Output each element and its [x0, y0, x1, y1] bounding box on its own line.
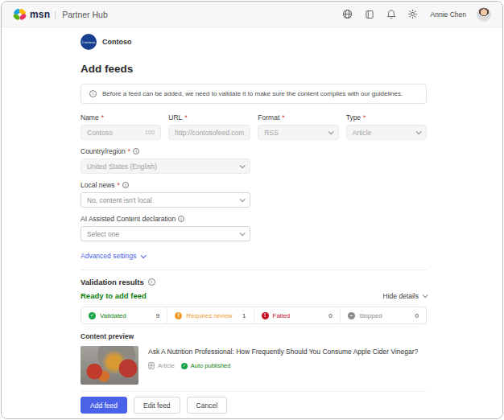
required-marker: *: [282, 113, 284, 121]
stat-count: 9: [156, 312, 159, 319]
publisher-name: Contoso: [102, 38, 132, 46]
local-news-select[interactable]: No, content isn't local: [81, 192, 250, 208]
info-icon: [133, 148, 139, 154]
stat-count: 0: [415, 312, 419, 319]
format-label: Format*: [258, 113, 338, 121]
validation-results-title: Validation results: [81, 278, 144, 286]
country-label: Country/region*: [81, 147, 250, 155]
section-divider: [81, 270, 427, 270]
name-label: Name*: [81, 113, 161, 121]
info-banner: Before a feed can be added, we need to v…: [81, 84, 427, 104]
type-field-group: Type* Article: [346, 113, 427, 140]
chevron-down-icon: [240, 230, 246, 236]
add-feed-form: Name* Contoso 100 URL* http://contosofee…: [81, 113, 427, 241]
validation-results-header: Validation results: [81, 278, 427, 286]
msn-logo[interactable]: msn: [13, 8, 50, 21]
required-marker: *: [128, 147, 130, 155]
article-icon: [148, 362, 155, 369]
minus-circle-icon: [348, 312, 355, 319]
type-label: Type*: [346, 113, 427, 121]
cancel-button[interactable]: Cancel: [187, 397, 227, 414]
user-name: Annie Chen: [431, 10, 466, 19]
format-select: RSS: [258, 125, 338, 140]
name-field-group: Name* Contoso 100: [81, 113, 161, 140]
ai-declaration-select[interactable]: Select one: [81, 226, 250, 241]
brand-separator: |: [54, 10, 56, 19]
required-marker: *: [363, 113, 366, 121]
url-input: http://contosofeed.com: [168, 125, 250, 140]
name-input: Contoso 100: [81, 125, 161, 140]
info-icon: [178, 216, 184, 222]
add-feed-button[interactable]: Add feed: [81, 397, 127, 414]
product-name: Partner Hub: [62, 10, 108, 19]
local-news-field-group: Local news* No, content isn't local: [81, 181, 250, 208]
advanced-settings-link[interactable]: Advanced settings: [81, 252, 145, 260]
notifications-bell-icon[interactable]: [386, 9, 397, 20]
chevron-down-icon: [240, 196, 246, 202]
ai-declaration-label: AI Assisted Content declaration: [81, 215, 250, 223]
info-icon: [148, 278, 155, 286]
top-bar: msn | Partner Hub Annie Chen: [2, 2, 502, 27]
warning-circle-icon: [175, 312, 182, 319]
spacer: [258, 147, 427, 174]
chevron-down-icon: [141, 253, 147, 258]
check-circle-icon: [89, 312, 96, 319]
chevron-down-icon: [240, 163, 246, 168]
footer-action-bar: Add feed Edit feed Cancel: [2, 392, 502, 418]
check-circle-icon: [181, 363, 188, 369]
stat-requires-review: Requires review 1: [167, 307, 253, 323]
country-select: United States (English): [81, 159, 250, 174]
url-field-group: URL* http://contosofeed.com: [168, 113, 250, 140]
main-content: Contoso Contoso Add feeds Before a feed …: [2, 34, 427, 419]
page-title: Add feeds: [81, 63, 427, 75]
error-circle-icon: [262, 312, 269, 319]
stat-count: 1: [242, 312, 246, 319]
info-icon: [89, 90, 97, 97]
format-field-group: Format* RSS: [258, 113, 338, 140]
local-news-label: Local news*: [81, 181, 250, 189]
country-field-group: Country/region* United States (English): [81, 147, 250, 174]
content-item[interactable]: Ask A Nutrition Professional: How Freque…: [81, 340, 427, 392]
user-avatar[interactable]: [477, 7, 491, 22]
url-label: URL*: [168, 113, 250, 121]
stat-validated: Validated 9: [81, 307, 167, 323]
chevron-down-icon: [328, 129, 333, 134]
stat-failed: Failed 0: [254, 307, 340, 323]
validation-status: Ready to add feed: [81, 291, 147, 300]
chevron-down-icon: [423, 292, 428, 298]
validation-stats-bar: Validated 9 Requires review 1 Failed 0 S…: [81, 307, 427, 324]
info-icon: [122, 182, 129, 188]
hide-details-toggle[interactable]: Hide details: [383, 292, 427, 300]
char-counter: 100: [145, 129, 155, 136]
info-banner-text: Before a feed can be added, we need to v…: [102, 90, 403, 97]
top-bar-actions: Annie Chen: [342, 7, 491, 22]
required-marker: *: [118, 181, 120, 189]
publish-status: Auto published: [191, 362, 231, 369]
spacer: [258, 181, 427, 208]
stat-skipped: Skipped 0: [340, 307, 426, 323]
article-title: Ask A Nutrition Professional: How Freque…: [148, 348, 418, 356]
publisher-row: Contoso Contoso: [81, 34, 427, 50]
brand-name: msn: [30, 9, 50, 20]
required-marker: *: [184, 113, 187, 121]
validation-status-row: Ready to add feed Hide details: [81, 291, 427, 300]
article-thumbnail-apple-cider: [81, 346, 138, 385]
edit-feed-button[interactable]: Edit feed: [134, 397, 180, 414]
content-preview-title: Content preview: [81, 332, 427, 340]
settings-gear-icon[interactable]: [407, 9, 419, 20]
required-marker: *: [101, 113, 104, 121]
resources-book-icon[interactable]: [364, 9, 375, 20]
msn-butterfly-icon: [13, 8, 27, 21]
language-globe-icon[interactable]: [342, 9, 353, 20]
stat-count: 0: [328, 312, 332, 319]
publisher-avatar: Contoso: [81, 34, 97, 50]
chevron-down-icon: [416, 129, 422, 134]
article-meta: Article Auto published: [148, 362, 418, 369]
ai-declaration-field-group: AI Assisted Content declaration Select o…: [81, 215, 250, 241]
app-window: msn | Partner Hub Annie Chen Contoso Con…: [1, 1, 503, 419]
type-select: Article: [346, 125, 427, 140]
